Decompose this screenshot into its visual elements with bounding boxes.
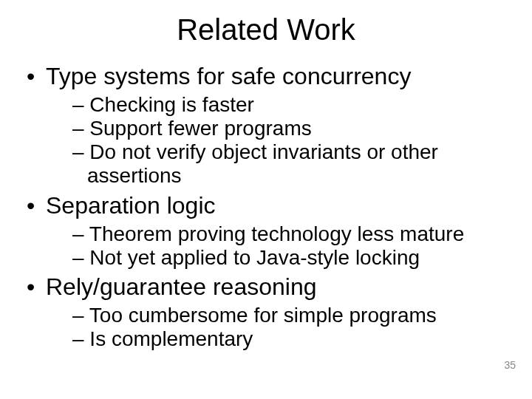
sub-item: Checking is faster: [72, 93, 494, 117]
slide-title: Related Work: [0, 13, 532, 47]
slide: Related Work •Type systems for safe conc…: [0, 13, 532, 399]
sub-item: Is complementary: [72, 327, 494, 351]
sub-item: Theorem proving technology less mature: [72, 222, 494, 246]
bullet-item: •Separation logic: [27, 192, 501, 219]
sub-item: Not yet applied to Java-style locking: [72, 246, 494, 270]
bullet-item: •Rely/guarantee reasoning: [27, 273, 501, 301]
page-number: 35: [504, 359, 516, 371]
bullet-dot-icon: •: [27, 273, 46, 301]
sub-list: Theorem proving technology less mature N…: [27, 222, 501, 270]
bullet-dot-icon: •: [27, 63, 46, 90]
sub-item: Do not verify object invariants or other…: [72, 140, 494, 188]
bullet-text: Rely/guarantee reasoning: [46, 273, 316, 300]
bullet-text: Separation logic: [46, 192, 215, 219]
bullet-dot-icon: •: [27, 192, 46, 219]
sub-item: Support fewer programs: [72, 117, 494, 140]
sub-list: Checking is faster Support fewer program…: [27, 93, 501, 188]
sub-item: Too cumbersome for simple programs: [72, 304, 494, 327]
bullet-item: •Type systems for safe concurrency: [27, 63, 501, 90]
slide-body: •Type systems for safe concurrency Check…: [0, 63, 532, 351]
bullet-text: Type systems for safe concurrency: [46, 63, 411, 89]
sub-list: Too cumbersome for simple programs Is co…: [27, 304, 501, 351]
